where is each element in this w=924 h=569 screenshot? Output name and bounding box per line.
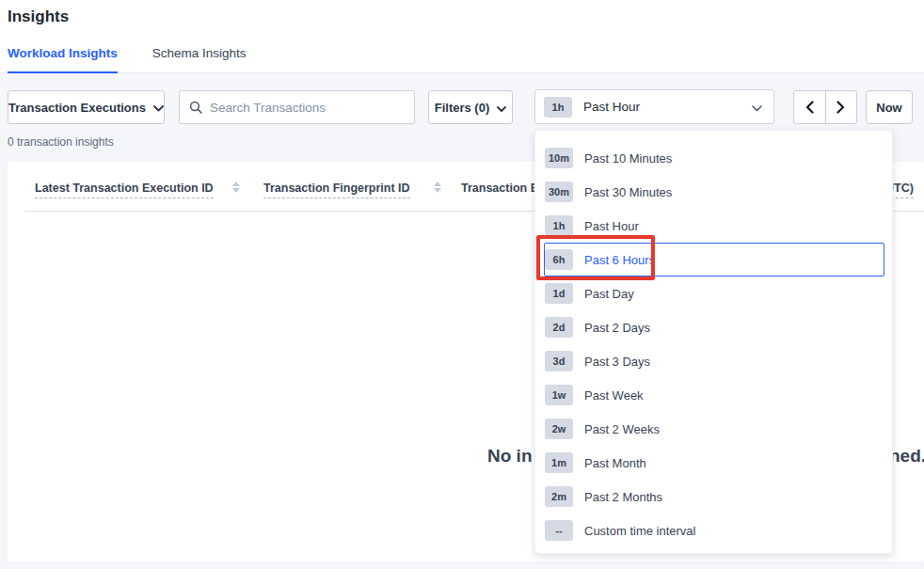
time-interval-select[interactable]: 1h Past Hour [534, 89, 774, 124]
tab-bar: Workload Insights Schema Insights [0, 46, 924, 73]
sort-icon[interactable] [434, 182, 441, 193]
chevron-right-icon [836, 101, 845, 114]
chevron-down-icon [153, 101, 164, 115]
time-interval-dropdown: 10m Past 10 Minutes 30m Past 30 Minutes … [534, 130, 893, 554]
time-interval-label: Past Hour [583, 100, 741, 114]
time-option-past-2-weeks[interactable]: 2w Past 2 Weeks [535, 412, 892, 446]
filters-button[interactable]: Filters (0) [428, 90, 513, 124]
selected-option-outline [544, 243, 884, 277]
time-option-past-6-hours[interactable]: 6h Past 6 Hours [535, 243, 892, 277]
filters-label: Filters (0) [435, 101, 490, 115]
search-input[interactable] [210, 101, 405, 115]
empty-state-text-fragment: ned. [889, 446, 924, 466]
column-header-latest-transaction-execution-id[interactable]: Latest Transaction Execution ID [35, 182, 214, 195]
now-button[interactable]: Now [866, 90, 913, 124]
time-option-custom-time-interval[interactable]: -- Custom time interval [535, 514, 892, 547]
search-icon [189, 101, 202, 114]
tab-workload-insights[interactable]: Workload Insights [8, 46, 118, 73]
prev-interval-button[interactable] [794, 91, 826, 123]
insights-count: 0 transaction insights [8, 135, 114, 149]
time-option-past-day[interactable]: 1d Past Day [535, 277, 892, 310]
page-title: Insights [0, 0, 924, 26]
chevron-down-icon [752, 99, 762, 116]
time-interval-badge: 1h [544, 97, 572, 118]
empty-state-text-fragment: No in [487, 446, 533, 466]
search-box[interactable] [179, 90, 415, 124]
now-label: Now [876, 101, 901, 115]
column-header-transaction-fingerprint-id[interactable]: Transaction Fingerprint ID [263, 182, 410, 195]
time-option-past-hour[interactable]: 1h Past Hour [535, 209, 892, 243]
column-header-transaction-execution-truncated[interactable]: Transaction Ex [461, 182, 534, 195]
workload-type-select[interactable]: Transaction Executions [8, 90, 165, 124]
chevron-left-icon [805, 101, 814, 114]
time-option-past-2-days[interactable]: 2d Past 2 Days [535, 310, 892, 344]
time-option-past-2-months[interactable]: 2m Past 2 Months [535, 480, 892, 514]
page-header: Insights Workload Insights Schema Insigh… [0, 0, 924, 73]
chevron-down-icon [497, 101, 506, 115]
sort-icon[interactable] [232, 182, 240, 193]
time-option-past-30-minutes[interactable]: 30m Past 30 Minutes [535, 175, 892, 209]
time-option-past-week[interactable]: 1w Past Week [535, 378, 892, 412]
time-pager [793, 90, 857, 124]
tab-schema-insights[interactable]: Schema Insights [152, 46, 247, 72]
time-option-past-3-days[interactable]: 3d Past 3 Days [535, 344, 892, 378]
next-interval-button[interactable] [826, 91, 857, 123]
time-option-past-month[interactable]: 1m Past Month [535, 446, 892, 480]
workload-type-label: Transaction Executions [8, 101, 146, 115]
insights-page: Insights Workload Insights Schema Insigh… [0, 0, 924, 569]
time-option-past-10-minutes[interactable]: 10m Past 10 Minutes [535, 141, 892, 175]
